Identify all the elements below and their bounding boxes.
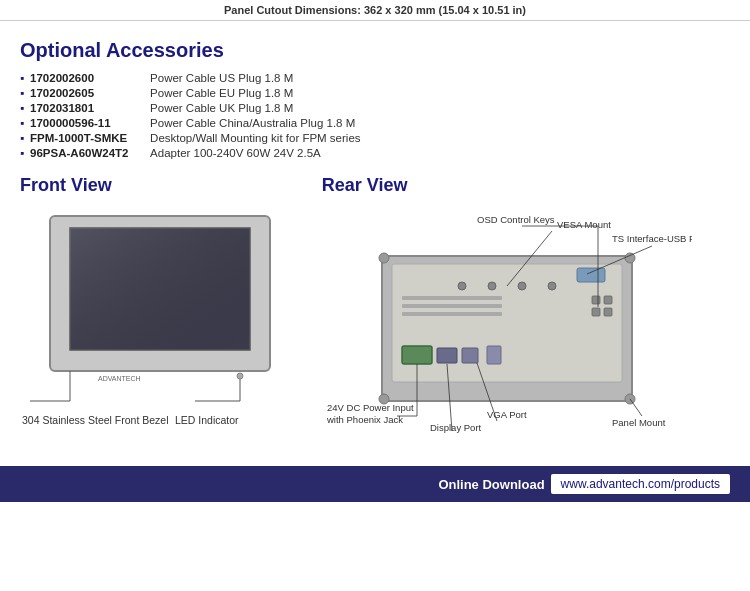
svg-rect-19	[437, 348, 457, 363]
svg-rect-30	[577, 268, 605, 282]
bullet-icon: ▪	[20, 117, 24, 129]
svg-rect-20	[462, 348, 478, 363]
top-bar: Panel Cutout Dimensions: 362 x 320 mm (1…	[0, 0, 750, 21]
part-number: 1702031801	[30, 102, 150, 114]
rear-view-area: VESA Mount OSD Control Keys TS Interface…	[322, 206, 692, 436]
website-url: www.advantech.com/products	[551, 474, 730, 494]
list-item: ▪ 96PSA-A60W24T2 Adapter 100-240V 60W 24…	[20, 147, 730, 159]
part-number: FPM-1000T-SMKE	[30, 132, 150, 144]
svg-text:VGA Port: VGA Port	[487, 409, 527, 420]
svg-point-23	[625, 253, 635, 263]
svg-rect-28	[592, 308, 600, 316]
svg-rect-29	[604, 308, 612, 316]
bullet-icon: ▪	[20, 132, 24, 144]
part-desc: Power Cable UK Plug 1.8 M	[150, 102, 293, 114]
bullet-icon: ▪	[20, 72, 24, 84]
svg-rect-15	[402, 296, 502, 300]
front-view-column: Front View	[20, 175, 312, 436]
list-item: ▪ 1702002600 Power Cable US Plug 1.8 M	[20, 72, 730, 84]
svg-point-22	[379, 253, 389, 263]
rear-view-svg: VESA Mount OSD Control Keys TS Interface…	[322, 206, 692, 436]
led-label: LED Indicator	[175, 414, 239, 426]
svg-rect-18	[402, 346, 432, 364]
front-view-title: Front View	[20, 175, 312, 196]
svg-rect-26	[592, 296, 600, 304]
front-view-area: ADVANTECH 304 Stainless Steel Front Beze…	[20, 206, 310, 436]
svg-point-12	[488, 282, 496, 290]
rear-view-column: Rear View	[322, 175, 730, 436]
svg-text:VESA Mount: VESA Mount	[557, 219, 611, 230]
list-item: ▪ FPM-1000T-SMKE Desktop/Wall Mounting k…	[20, 132, 730, 144]
list-item: ▪ 1702002605 Power Cable EU Plug 1.8 M	[20, 87, 730, 99]
svg-rect-21	[487, 346, 501, 364]
svg-text:OSD Control Keys: OSD Control Keys	[477, 214, 555, 225]
svg-rect-17	[402, 312, 502, 316]
svg-text:ADVANTECH: ADVANTECH	[98, 375, 141, 382]
svg-line-46	[630, 399, 642, 416]
svg-rect-27	[604, 296, 612, 304]
list-item: ▪ 1702031801 Power Cable UK Plug 1.8 M	[20, 102, 730, 114]
bezel-label: 304 Stainless Steel Front Bezel	[22, 414, 169, 426]
bullet-icon: ▪	[20, 102, 24, 114]
online-download-label: Online Download	[438, 477, 544, 492]
list-item: ▪ 1700000596-11 Power Cable China/Austra…	[20, 117, 730, 129]
accessories-list: ▪ 1702002600 Power Cable US Plug 1.8 M ▪…	[20, 72, 730, 159]
part-desc: Power Cable EU Plug 1.8 M	[150, 87, 293, 99]
svg-text:with Phoenix Jack: with Phoenix Jack	[326, 414, 403, 425]
part-desc: Power Cable China/Australia Plug 1.8 M	[150, 117, 355, 129]
svg-rect-16	[402, 304, 502, 308]
views-section: Front View	[20, 175, 730, 436]
bullet-icon: ▪	[20, 87, 24, 99]
svg-rect-2	[70, 228, 250, 350]
part-desc: Desktop/Wall Mounting kit for FPM series	[150, 132, 360, 144]
svg-point-13	[518, 282, 526, 290]
svg-text:TS Interface-USB Port: TS Interface-USB Port	[612, 233, 692, 244]
svg-point-4	[237, 373, 243, 379]
accessories-title: Optional Accessories	[20, 39, 730, 62]
panel-cutout-text: Panel Cutout Dimensions: 362 x 320 mm (1…	[224, 4, 526, 16]
part-desc: Power Cable US Plug 1.8 M	[150, 72, 293, 84]
part-number: 96PSA-A60W24T2	[30, 147, 150, 159]
svg-text:24V DC Power Input: 24V DC Power Input	[327, 402, 414, 413]
svg-text:Display Port: Display Port	[430, 422, 482, 433]
rear-view-title: Rear View	[322, 175, 730, 196]
part-number: 1702002600	[30, 72, 150, 84]
svg-point-14	[548, 282, 556, 290]
part-desc: Adapter 100-240V 60W 24V 2.5A	[150, 147, 321, 159]
main-content: Optional Accessories ▪ 1702002600 Power …	[0, 21, 750, 446]
svg-point-11	[458, 282, 466, 290]
part-number: 1702002605	[30, 87, 150, 99]
bullet-icon: ▪	[20, 147, 24, 159]
front-view-svg: ADVANTECH	[20, 206, 310, 406]
bottom-bar: Online Download www.advantech.com/produc…	[0, 466, 750, 502]
svg-text:Panel Mount: Panel Mount	[612, 417, 666, 428]
part-number: 1700000596-11	[30, 117, 150, 129]
